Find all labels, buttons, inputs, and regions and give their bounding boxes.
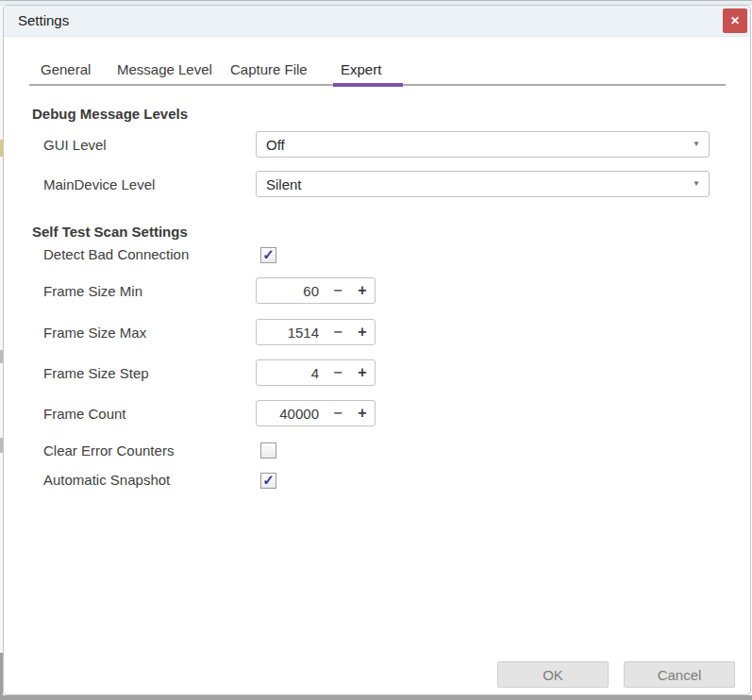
field-label-detect-bad-connection: Detect Bad Connection [43, 246, 189, 262]
field-label-gui-level: GUI Level [43, 137, 107, 153]
frame-size-step-value: 4 [257, 365, 326, 381]
detect-bad-connection-checkbox[interactable]: ✓ [260, 247, 276, 263]
tab-general[interactable]: General [41, 58, 91, 81]
frame-size-max-decrement-button[interactable]: − [326, 320, 350, 344]
clear-error-counters-checkbox[interactable] [260, 442, 276, 458]
field-label-frame-size-max: Frame Size Max [43, 325, 146, 341]
frame-size-step-decrement-button[interactable]: − [326, 360, 350, 385]
field-label-frame-size-step: Frame Size Step [43, 365, 149, 381]
chevron-down-icon: ▼ [684, 172, 709, 196]
chevron-down-icon: ▼ [684, 132, 709, 157]
plus-icon: + [358, 364, 366, 380]
frame-count-increment-button[interactable]: + [350, 401, 375, 425]
frame-size-min-spinner: 60 − + [256, 277, 376, 304]
dialog-titlebar[interactable]: Settings ✕ [4, 6, 750, 37]
close-icon: ✕ [730, 14, 740, 27]
frame-size-min-decrement-button[interactable]: − [326, 278, 350, 303]
minus-icon: − [333, 324, 342, 340]
maindevice-level-value: Silent [257, 176, 684, 192]
frame-size-min-value: 60 [257, 283, 326, 299]
background-strip-bottom [0, 695, 752, 700]
section-heading-self-test-scan-settings: Self Test Scan Settings [32, 224, 188, 240]
frame-count-decrement-button[interactable]: − [326, 401, 350, 425]
automatic-snapshot-checkbox[interactable]: ✓ [260, 473, 276, 489]
settings-dialog: Settings ✕ General Message Level Capture… [3, 5, 751, 695]
tab-expert[interactable]: Expert [341, 58, 381, 81]
field-label-frame-size-min: Frame Size Min [43, 283, 142, 299]
frame-size-max-increment-button[interactable]: + [350, 320, 375, 344]
section-heading-debug-message-levels: Debug Message Levels [32, 106, 188, 122]
dialog-title: Settings [18, 6, 69, 36]
frame-size-step-increment-button[interactable]: + [350, 360, 375, 385]
plus-icon: + [358, 282, 366, 298]
ok-button[interactable]: OK [497, 661, 609, 688]
gui-level-value: Off [257, 137, 684, 153]
plus-icon: + [358, 324, 366, 340]
tab-message-level[interactable]: Message Level [117, 58, 212, 81]
active-tab-indicator [333, 83, 403, 87]
gui-level-select[interactable]: Off ▼ [256, 131, 710, 158]
frame-count-spinner: 40000 − + [256, 400, 376, 426]
field-label-clear-error-counters: Clear Error Counters [43, 442, 174, 458]
frame-count-value: 40000 [257, 406, 326, 422]
cancel-button[interactable]: Cancel [624, 661, 735, 688]
tab-capture-file[interactable]: Capture File [230, 58, 308, 81]
close-button[interactable]: ✕ [723, 8, 747, 33]
frame-size-step-spinner: 4 − + [256, 359, 376, 386]
field-label-maindevice-level: MainDevice Level [43, 176, 155, 192]
minus-icon: − [333, 364, 342, 380]
screen: Settings ✕ General Message Level Capture… [0, 0, 752, 700]
minus-icon: − [333, 282, 342, 298]
frame-size-max-spinner: 1514 − + [256, 319, 376, 345]
field-label-frame-count: Frame Count [43, 406, 126, 422]
frame-size-min-increment-button[interactable]: + [350, 278, 375, 303]
plus-icon: + [358, 405, 366, 421]
minus-icon: − [333, 405, 342, 421]
frame-size-max-value: 1514 [257, 325, 326, 341]
field-label-automatic-snapshot: Automatic Snapshot [43, 472, 170, 488]
maindevice-level-select[interactable]: Silent ▼ [256, 171, 710, 197]
